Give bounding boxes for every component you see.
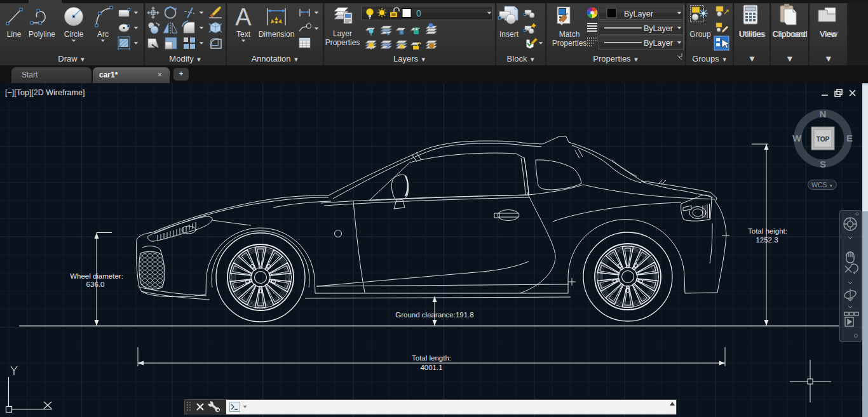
svg-text:S: S bbox=[820, 159, 826, 169]
svg-text:Layer: Layer bbox=[333, 29, 352, 38]
svg-text:0: 0 bbox=[416, 8, 421, 18]
svg-text:636.0: 636.0 bbox=[86, 281, 105, 288]
svg-text:4001.1: 4001.1 bbox=[420, 364, 442, 371]
svg-text:Ground clearance:191.8: Ground clearance:191.8 bbox=[395, 311, 473, 319]
svg-text:Line: Line bbox=[7, 30, 22, 39]
svg-text:A: A bbox=[235, 4, 252, 30]
svg-text:1252.3: 1252.3 bbox=[756, 236, 778, 244]
svg-text:Insert: Insert bbox=[499, 30, 519, 39]
svg-text:Utilities: Utilities bbox=[740, 30, 764, 39]
svg-text:View: View bbox=[820, 30, 836, 39]
svg-text:W: W bbox=[792, 133, 802, 143]
svg-text:ByLayer: ByLayer bbox=[644, 24, 673, 33]
svg-text:Group: Group bbox=[689, 30, 711, 39]
svg-text:E: E bbox=[846, 133, 853, 143]
svg-text:Properties: Properties bbox=[325, 38, 360, 47]
svg-text:TOP: TOP bbox=[817, 136, 830, 143]
svg-text:Arc: Arc bbox=[97, 30, 109, 39]
svg-text:Properties: Properties bbox=[552, 39, 587, 48]
svg-text:Match: Match bbox=[559, 30, 580, 39]
svg-text:ByLayer: ByLayer bbox=[624, 10, 653, 18]
svg-text:Total length:: Total length: bbox=[412, 354, 451, 362]
svg-text:Wheel diameter:: Wheel diameter: bbox=[70, 272, 123, 280]
svg-text:Clipboard: Clipboard bbox=[773, 30, 805, 39]
svg-text:Text: Text bbox=[236, 30, 251, 39]
svg-text:Polyline: Polyline bbox=[29, 30, 55, 39]
svg-text:N: N bbox=[820, 109, 827, 119]
svg-text:Total height:: Total height: bbox=[748, 227, 787, 235]
svg-text:Dimension: Dimension bbox=[259, 30, 295, 39]
svg-text:Circle: Circle bbox=[64, 30, 84, 39]
svg-text:ByLayer: ByLayer bbox=[644, 39, 673, 48]
